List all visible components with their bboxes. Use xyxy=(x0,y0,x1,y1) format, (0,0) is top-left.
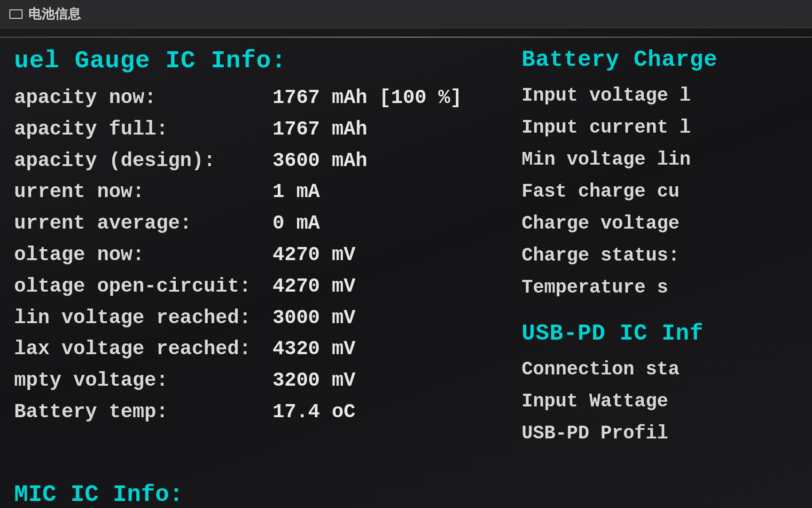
max-voltage-value: 4320 mV xyxy=(273,335,355,363)
table-row: lax voltage reached: 4320 mV xyxy=(14,335,479,363)
fuel-gauge-title: uel Gauge IC Info: xyxy=(14,47,479,75)
empty-voltage-value: 3200 mV xyxy=(273,367,355,395)
left-panel: uel Gauge IC Info: apacity now: 1767 mAh… xyxy=(0,47,493,430)
empty-voltage-label: mpty voltage: xyxy=(14,367,258,395)
battery-charger-title: Battery Charge xyxy=(522,47,808,72)
table-row: oltage now: 4270 mV xyxy=(14,241,479,269)
charge-voltage-label: Charge voltage xyxy=(522,213,679,234)
list-item: Charge voltage xyxy=(522,210,808,238)
table-row: apacity (design): 3600 mAh xyxy=(14,147,479,175)
min-voltage-value: 3000 mV xyxy=(273,304,355,332)
usbpd-profile-label: USB-PD Profil xyxy=(522,423,668,444)
voltage-oc-label: oltage open-circuit: xyxy=(14,273,258,301)
capacity-design-label: apacity (design): xyxy=(14,147,258,175)
current-avg-label: urrent average: xyxy=(14,210,258,238)
max-voltage-label: lax voltage reached: xyxy=(14,335,258,363)
table-row: lin voltage reached: 3000 mV xyxy=(14,304,479,332)
list-item: Temperature s xyxy=(522,274,808,302)
list-item: Connection sta xyxy=(522,356,808,384)
voltage-oc-value: 4270 mV xyxy=(273,273,355,301)
bottom-section: MIC IC Info: xyxy=(0,481,235,508)
battery-temp-label: Battery temp: xyxy=(14,398,258,426)
list-item: Charge status: xyxy=(522,242,808,270)
battery-icon xyxy=(9,9,23,19)
right-panel: Battery Charge Input voltage l Input cur… xyxy=(512,47,812,452)
input-current-label: Input current l xyxy=(522,117,691,138)
page-title: 电池信息 xyxy=(28,5,81,23)
list-item: Fast charge cu xyxy=(522,178,808,206)
list-item: Input Wattage xyxy=(522,388,808,416)
input-wattage-label: Input Wattage xyxy=(522,391,668,412)
capacity-now-value: 1767 mAh [100 %] xyxy=(273,84,462,112)
current-avg-value: 0 mA xyxy=(273,210,320,238)
capacity-design-value: 3600 mAh xyxy=(273,147,367,175)
table-row: urrent average: 0 mA xyxy=(14,210,479,238)
connection-status-label: Connection sta xyxy=(522,359,679,380)
capacity-now-label: apacity now: xyxy=(14,84,258,112)
table-row: apacity now: 1767 mAh [100 %] xyxy=(14,84,479,112)
table-row: apacity full: 1767 mAh xyxy=(14,116,479,143)
bottom-title: MIC IC Info: xyxy=(0,481,235,508)
table-row: Battery temp: 17.4 oC xyxy=(14,398,479,426)
charge-status-label: Charge status: xyxy=(522,245,679,266)
input-voltage-label: Input voltage l xyxy=(522,85,691,106)
usbpd-title: USB-PD IC Inf xyxy=(522,321,808,346)
min-voltage-lin-label: Min voltage lin xyxy=(522,149,691,170)
usbpd-section: USB-PD IC Inf Connection sta Input Watta… xyxy=(522,321,808,448)
voltage-now-value: 4270 mV xyxy=(273,241,355,269)
screen: 电池信息 uel Gauge IC Info: apacity now: 176… xyxy=(0,0,812,508)
capacity-full-label: apacity full: xyxy=(14,116,258,143)
table-row: mpty voltage: 3200 mV xyxy=(14,367,479,395)
battery-temp-value: 17.4 oC xyxy=(273,398,355,426)
temperature-label: Temperature s xyxy=(522,277,668,298)
table-row: urrent now: 1 mA xyxy=(14,178,479,206)
list-item: Input current l xyxy=(522,114,808,142)
current-now-value: 1 mA xyxy=(273,178,320,206)
fast-charge-label: Fast charge cu xyxy=(522,181,679,202)
list-item: Input voltage l xyxy=(522,82,808,110)
table-row: oltage open-circuit: 4270 mV xyxy=(14,273,479,301)
top-bar: 电池信息 xyxy=(0,0,812,28)
min-voltage-label: lin voltage reached: xyxy=(14,304,258,332)
divider xyxy=(0,37,812,38)
list-item: Min voltage lin xyxy=(522,146,808,174)
list-item: USB-PD Profil xyxy=(522,420,808,448)
capacity-full-value: 1767 mAh xyxy=(273,116,367,143)
voltage-now-label: oltage now: xyxy=(14,241,258,269)
current-now-label: urrent now: xyxy=(14,178,258,206)
